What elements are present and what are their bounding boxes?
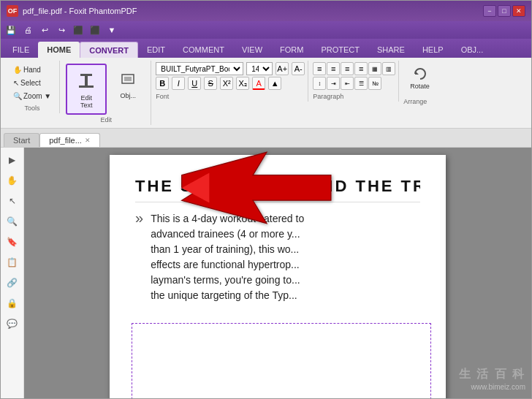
tab-home[interactable]: HOME <box>38 42 80 58</box>
watermark-site: www.bimeiz.com <box>459 382 525 392</box>
sidebar-tool-comment[interactable]: 💬 <box>3 314 22 333</box>
rotate-label: Rotate <box>410 83 430 90</box>
sidebar-tool-arrow[interactable]: ▶ <box>3 151 22 170</box>
qa-extra2[interactable]: ⬛ <box>88 23 102 37</box>
sidebar-tool-select[interactable]: ↖ <box>3 191 22 210</box>
document-area: THE SCIENCE BEHIND THE TRAIN... » This i… <box>24 148 531 398</box>
pdf-page: THE SCIENCE BEHIND THE TRAIN... » This i… <box>110 155 446 398</box>
obj-icon <box>116 67 140 91</box>
selection-rectangle <box>132 323 431 398</box>
left-sidebar: ▶ ✋ ↖ 🔍 🔖 📋 🔗 🔒 💬 <box>1 148 24 398</box>
font-name-row: BUILT_FutyraPT_Book(Embedde 14 A+ A- <box>156 62 305 75</box>
sidebar-tool-lock[interactable]: 🔒 <box>3 294 22 313</box>
obj-label: Obj... <box>120 92 136 99</box>
font-format-row: B I U S X² X₂ A ▲ <box>156 77 305 90</box>
sidebar-tool-bookmark[interactable]: 🔖 <box>3 232 22 251</box>
window-title: pdf_file.pdf - Foxit PhantomPDF <box>23 7 483 15</box>
window-controls: − □ ✕ <box>483 5 525 17</box>
print-button[interactable]: 🖨 <box>20 23 35 37</box>
hand-tool-button[interactable]: ✋ Hand <box>10 64 55 76</box>
tab-share[interactable]: SHARE <box>368 42 414 58</box>
tools-buttons: ✋ Hand ↖ Select 🔍 Zoom ▼ <box>10 62 55 103</box>
col-mode-button[interactable]: ▦ <box>368 62 381 75</box>
tab-close-icon[interactable]: ✕ <box>85 137 91 144</box>
align-center-button[interactable]: ≡ <box>327 62 340 75</box>
document-tab-bar: Start pdf_file... ✕ <box>1 129 531 148</box>
tab-help[interactable]: HELP <box>414 42 452 58</box>
numbered-list-button[interactable]: № <box>368 77 381 90</box>
redo-button[interactable]: ↪ <box>54 23 69 37</box>
subscript-button[interactable]: X₂ <box>236 77 249 90</box>
undo-button[interactable]: ↩ <box>37 23 52 37</box>
page-title-partial: THE SCIENCE BEHIND THE TRAIN... <box>135 177 420 202</box>
font-name-dropdown[interactable]: BUILT_FutyraPT_Book(Embedde <box>156 62 243 75</box>
qa-dropdown[interactable]: ▼ <box>104 23 119 37</box>
tab-protect[interactable]: PROTECT <box>312 42 368 58</box>
edit-text-icon <box>76 71 96 91</box>
tab-file[interactable]: FILE <box>4 42 38 58</box>
indent-increase-button[interactable]: ⇥ <box>327 77 340 90</box>
zoom-tool-button[interactable]: 🔍 Zoom ▼ <box>10 90 55 102</box>
align-justify-button[interactable]: ≡ <box>354 62 368 75</box>
edit-text-label: EditText <box>80 94 93 109</box>
edit-text-button[interactable]: EditText <box>69 66 104 112</box>
maximize-button[interactable]: □ <box>498 5 511 17</box>
sidebar-tool-zoom[interactable]: 🔍 <box>3 212 22 231</box>
align-row-1: ≡ ≡ ≡ ≡ ▦ ▥ <box>313 62 395 75</box>
rotate-button[interactable]: Rotate <box>403 62 436 94</box>
svg-rect-2 <box>80 74 92 76</box>
tab-start-label: Start <box>13 136 30 145</box>
tab-view[interactable]: VIEW <box>233 42 271 58</box>
font-group-label: Font <box>156 91 305 100</box>
obj-button[interactable]: Obj... <box>110 64 146 103</box>
strikethrough-button[interactable]: S <box>204 77 217 90</box>
minimize-button[interactable]: − <box>483 5 496 17</box>
font-shrink-button[interactable]: A- <box>292 62 305 75</box>
svg-rect-0 <box>79 86 94 88</box>
ribbon-group-paragraph: ≡ ≡ ≡ ≡ ▦ ▥ ↕ ⇥ ⇤ ☰ № Paragraph <box>310 61 399 102</box>
tab-pdf-file[interactable]: pdf_file... ✕ <box>39 133 100 147</box>
tab-convert[interactable]: CONVERT <box>80 42 138 58</box>
ribbon-group-arrange: Rotate Arrange <box>400 61 439 108</box>
font-color-button[interactable]: A <box>252 77 265 90</box>
sidebar-tool-copy[interactable]: 📋 <box>3 253 22 272</box>
sidebar-tool-hand[interactable]: ✋ <box>3 171 22 190</box>
align-left-button[interactable]: ≡ <box>313 62 326 75</box>
close-button[interactable]: ✕ <box>512 5 525 17</box>
font-size-dropdown[interactable]: 14 <box>246 62 273 75</box>
tab-obj[interactable]: OBJ... <box>452 42 493 58</box>
bold-button[interactable]: B <box>156 77 169 90</box>
underline-button[interactable]: U <box>188 77 201 90</box>
ribbon-group-font: BUILT_FutyraPT_Book(Embedde 14 A+ A- B I… <box>153 61 308 102</box>
italic-button[interactable]: I <box>172 77 185 90</box>
tab-start[interactable]: Start <box>4 133 39 147</box>
align-right-button[interactable]: ≡ <box>341 62 354 75</box>
edit-group-label: Edit <box>100 115 112 123</box>
bullet-text-1: This is a 4-day workout catered to advan… <box>151 211 304 303</box>
tab-comment[interactable]: COMMENT <box>174 42 233 58</box>
watermark: 生 活 百 科 www.bimeiz.com <box>459 366 525 392</box>
text-highlight-button[interactable]: ▲ <box>268 77 281 90</box>
save-button[interactable]: 💾 <box>4 23 18 37</box>
watermark-chinese: 生 活 百 科 <box>459 366 525 382</box>
ribbon-tab-bar: FILE HOME CONVERT EDIT COMMENT VIEW FORM… <box>1 39 531 58</box>
line-spacing-button[interactable]: ↕ <box>313 77 326 90</box>
title-bar: OF pdf_file.pdf - Foxit PhantomPDF − □ ✕ <box>1 1 531 21</box>
tab-form[interactable]: FORM <box>271 42 312 58</box>
select-tool-button[interactable]: ↖ Select <box>10 77 55 89</box>
ribbon-content: ✋ Hand ↖ Select 🔍 Zoom ▼ Tools <box>1 58 531 128</box>
superscript-button[interactable]: X² <box>220 77 233 90</box>
object-icon <box>119 70 137 88</box>
indent-decrease-button[interactable]: ⇤ <box>341 77 354 90</box>
app-icon: OF <box>7 5 18 17</box>
window-frame: OF pdf_file.pdf - Foxit PhantomPDF − □ ✕… <box>0 0 532 399</box>
sidebar-tool-link[interactable]: 🔗 <box>3 273 22 292</box>
ribbon-group-tools: ✋ Hand ↖ Select 🔍 Zoom ▼ Tools <box>5 61 60 113</box>
font-grow-button[interactable]: A+ <box>276 62 289 75</box>
arrange-group-label: Arrange <box>403 96 427 105</box>
zoom-icon: 🔍 <box>13 92 22 100</box>
list-button[interactable]: ☰ <box>354 77 368 90</box>
tab-edit[interactable]: EDIT <box>138 42 174 58</box>
qa-extra1[interactable]: ⬛ <box>71 23 86 37</box>
col-single-button[interactable]: ▥ <box>382 62 395 75</box>
